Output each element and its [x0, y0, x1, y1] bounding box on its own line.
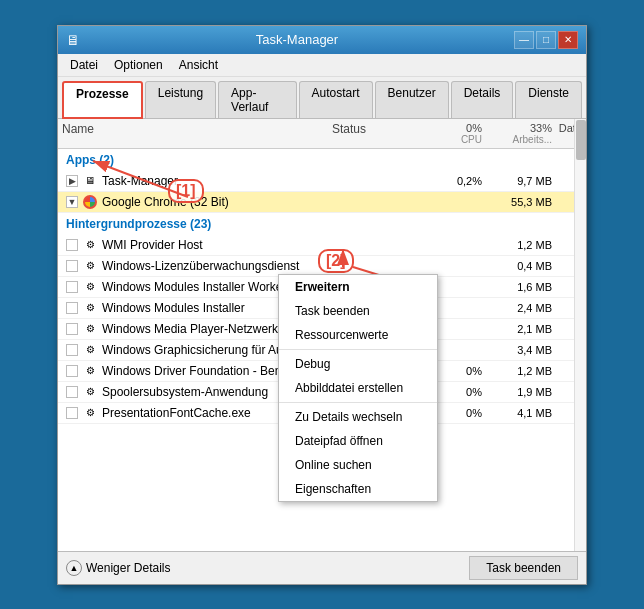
ctx-eigenschaften[interactable]: Eigenschaften [279, 477, 437, 501]
ctx-online-suchen[interactable]: Online suchen [279, 453, 437, 477]
ctx-zu-details[interactable]: Zu Details wechseln [279, 405, 437, 429]
process-cpu: 0% [432, 386, 482, 398]
apps-section-header: Apps (2) [58, 149, 586, 171]
process-icon: ⚙ [82, 405, 98, 421]
less-details-button[interactable]: ▲ Weniger Details [66, 560, 170, 576]
chevron-up-icon: ▲ [66, 560, 82, 576]
expand-button[interactable] [66, 344, 78, 356]
tab-dienste[interactable]: Dienste [515, 81, 582, 118]
process-name: Task-Manager [102, 174, 332, 188]
process-mem: 2,4 MB [482, 302, 552, 314]
expand-button[interactable] [66, 260, 78, 272]
window-title: Task-Manager [80, 32, 514, 47]
process-cpu: 0% [432, 365, 482, 377]
col-cpu-header[interactable]: 0% CPU [432, 122, 482, 145]
expand-button[interactable] [66, 302, 78, 314]
process-mem: 1,6 MB [482, 281, 552, 293]
context-menu: Erweitern Task beenden Ressourcenwerte D… [278, 274, 438, 502]
col-name-header[interactable]: Name [62, 122, 332, 145]
process-mem: 2,1 MB [482, 323, 552, 335]
task-manager-icon: 🖥 [82, 173, 98, 189]
ctx-divider-2 [279, 402, 437, 403]
process-mem: 55,3 MB [482, 196, 552, 208]
tab-autostart[interactable]: Autostart [299, 81, 373, 118]
window-icon: 🖥 [66, 32, 80, 48]
process-icon: ⚙ [82, 258, 98, 274]
expand-button[interactable]: ▼ [66, 196, 78, 208]
vertical-scrollbar[interactable] [574, 119, 586, 551]
process-mem: 4,1 MB [482, 407, 552, 419]
process-icon: ⚙ [82, 363, 98, 379]
process-name: Windows-Lizenzüberwachungsdienst [102, 259, 332, 273]
expand-button[interactable]: ▶ [66, 175, 78, 187]
tab-prozesse[interactable]: Prozesse [62, 81, 143, 119]
col-mem-header[interactable]: 33% Arbeits... [482, 122, 552, 145]
ctx-task-beenden[interactable]: Task beenden [279, 299, 437, 323]
title-bar: 🖥 Task-Manager — □ ✕ [58, 26, 586, 54]
process-name: Google Chrome (32 Bit) [102, 195, 332, 209]
process-mem: 1,2 MB [482, 239, 552, 251]
ctx-debug[interactable]: Debug [279, 352, 437, 376]
expand-button[interactable] [66, 239, 78, 251]
task-end-button[interactable]: Task beenden [469, 556, 578, 580]
col-status-header[interactable]: Status [332, 122, 432, 145]
table-row[interactable]: ▶ 🖥 Task-Manager 0,2% 9,7 MB [58, 171, 586, 192]
menu-datei[interactable]: Datei [62, 56, 106, 74]
process-cpu: 0,2% [432, 175, 482, 187]
process-icon: ⚙ [82, 321, 98, 337]
tab-leistung[interactable]: Leistung [145, 81, 216, 118]
main-content: Name Status 0% CPU 33% Arbeits... Date A… [58, 119, 586, 551]
chrome-icon [82, 194, 98, 210]
table-row[interactable]: ⚙ WMI Provider Host 1,2 MB [58, 235, 586, 256]
scrollbar-thumb[interactable] [576, 120, 586, 160]
task-manager-window: 🖥 Task-Manager — □ ✕ Datei Optionen Ansi… [57, 25, 587, 585]
ctx-erweitern[interactable]: Erweitern [279, 275, 437, 299]
tab-app-verlauf[interactable]: App-Verlauf [218, 81, 296, 118]
ctx-ressourcenwerte[interactable]: Ressourcenwerte [279, 323, 437, 347]
table-row[interactable]: ▼ Google Chrome (32 Bit) 55,3 MB [58, 192, 586, 213]
ctx-divider-1 [279, 349, 437, 350]
process-icon: ⚙ [82, 300, 98, 316]
tab-details[interactable]: Details [451, 81, 514, 118]
bg-section-header: Hintergrundprozesse (23) [58, 213, 586, 235]
process-mem: 1,9 MB [482, 386, 552, 398]
column-headers: Name Status 0% CPU 33% Arbeits... Date [58, 119, 586, 149]
tab-bar: Prozesse Leistung App-Verlauf Autostart … [58, 77, 586, 119]
ctx-abbilddatei[interactable]: Abbilddatei erstellen [279, 376, 437, 400]
process-mem: 1,2 MB [482, 365, 552, 377]
menu-optionen[interactable]: Optionen [106, 56, 171, 74]
process-name: WMI Provider Host [102, 238, 332, 252]
minimize-button[interactable]: — [514, 31, 534, 49]
menu-ansicht[interactable]: Ansicht [171, 56, 226, 74]
process-icon: ⚙ [82, 279, 98, 295]
process-mem: 0,4 MB [482, 260, 552, 272]
ctx-dateipfad[interactable]: Dateipfad öffnen [279, 429, 437, 453]
expand-button[interactable] [66, 281, 78, 293]
process-icon: ⚙ [82, 342, 98, 358]
process-icon: ⚙ [82, 384, 98, 400]
process-icon: ⚙ [82, 237, 98, 253]
process-mem: 3,4 MB [482, 344, 552, 356]
expand-button[interactable] [66, 323, 78, 335]
process-cpu: 0% [432, 407, 482, 419]
expand-button[interactable] [66, 386, 78, 398]
close-button[interactable]: ✕ [558, 31, 578, 49]
menu-bar: Datei Optionen Ansicht [58, 54, 586, 77]
expand-button[interactable] [66, 407, 78, 419]
tab-benutzer[interactable]: Benutzer [375, 81, 449, 118]
expand-button[interactable] [66, 365, 78, 377]
maximize-button[interactable]: □ [536, 31, 556, 49]
window-controls: — □ ✕ [514, 31, 578, 49]
process-mem: 9,7 MB [482, 175, 552, 187]
bottom-bar: ▲ Weniger Details Task beenden [58, 551, 586, 584]
